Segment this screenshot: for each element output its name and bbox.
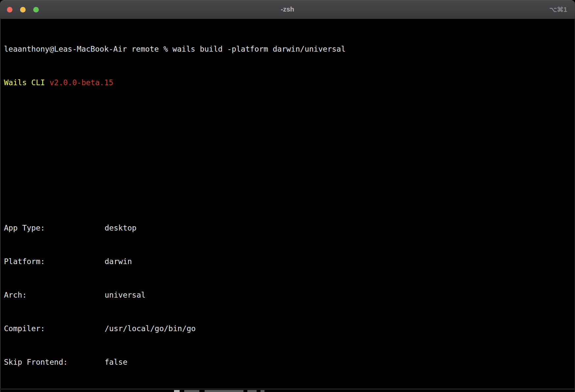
config-value: universal [105,289,146,301]
terminal-window: -zsh ⌥⌘1 leaanthony@Leas-MacBook-Air rem… [0,0,575,392]
config-label: Arch: [4,289,105,301]
config-row: Arch:universal [4,289,575,301]
traffic-lights [7,0,39,19]
config-label: Skip Frontend: [4,356,105,368]
config-label: Platform: [4,256,105,267]
close-button[interactable] [7,7,12,12]
wails-cli-version: v2.0.0-beta.15 [49,78,113,87]
tab-shortcut-hint: ⌥⌘1 [549,0,567,19]
config-row: Skip Frontend:false [4,356,575,368]
config-row: Compiler:/usr/local/go/bin/go [4,323,575,334]
wails-cli-version-line: Wails CLI v2.0.0-beta.15 [4,77,575,88]
clipped-next-line-artifact [0,390,575,392]
window-title: -zsh [0,6,575,13]
terminal-screen[interactable]: leaanthony@Leas-MacBook-Air remote % wai… [0,19,575,392]
wails-cli-label: Wails CLI [4,78,49,87]
config-value: darwin [105,256,132,267]
config-value: desktop [105,222,137,233]
config-label: App Type: [4,222,105,233]
titlebar[interactable]: -zsh ⌥⌘1 [0,0,575,19]
config-row: Platform:darwin [4,256,575,267]
config-value: false [105,356,127,368]
config-row: App Type:desktop [4,222,575,233]
shell-command-line: leaanthony@Leas-MacBook-Air remote % wai… [4,43,575,55]
zoom-button[interactable] [33,7,39,12]
minimize-button[interactable] [20,7,26,12]
config-label: Compiler: [4,323,105,334]
config-value: /usr/local/go/bin/go [105,323,196,334]
